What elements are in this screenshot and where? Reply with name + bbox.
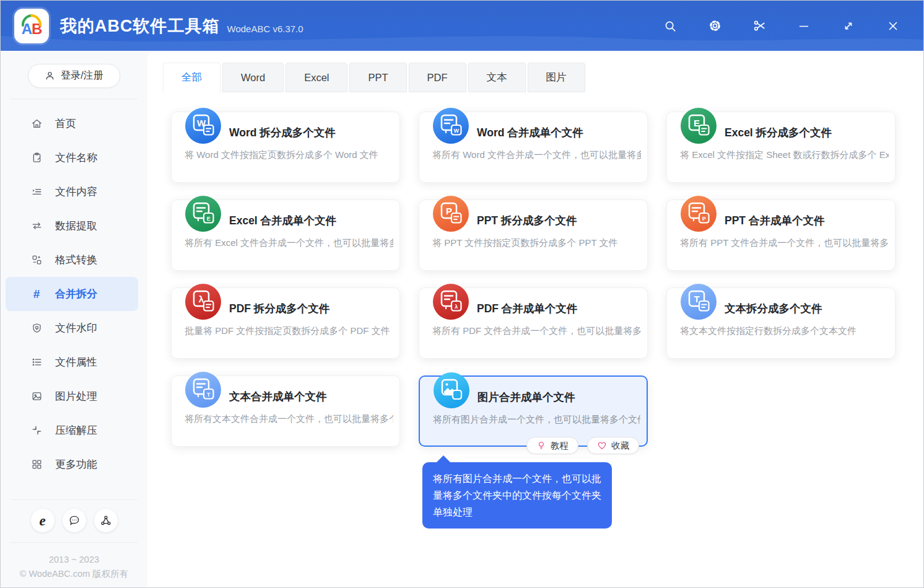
heart-icon: [597, 441, 607, 450]
minimize-icon[interactable]: [796, 18, 812, 34]
card-description: 将 Word 文件按指定页数拆分成多个 Word 文件: [185, 149, 393, 161]
card-cell: EExcel 拆分成多个文件将 Excel 文件按指定 Sheet 数或行数拆分…: [666, 112, 896, 183]
scissors-icon[interactable]: [751, 18, 767, 34]
close-icon[interactable]: [885, 18, 901, 34]
word-split-icon: W: [185, 108, 221, 144]
sidebar-item-file-name[interactable]: 文件名称: [6, 141, 138, 175]
sidebar-item-label: 文件名称: [55, 151, 97, 165]
card-cell: T文本拆分成多个文件将文本文件按指定行数拆分成多个文本文件: [666, 287, 896, 359]
share-network-icon[interactable]: [94, 509, 118, 532]
sidebar: 登录/注册 首页文件名称文件内容数据提取格式转换#合并拆分文件水印文件属性图片处…: [1, 51, 147, 587]
ppt-split-icon: P: [433, 196, 469, 232]
sidebar-menu: 首页文件名称文件内容数据提取格式转换#合并拆分文件水印文件属性图片处理压缩解压更…: [1, 107, 147, 499]
card-title: PPT 合并成单个文件: [725, 213, 824, 228]
sidebar-item-format-convert[interactable]: 格式转换: [6, 243, 138, 277]
search-icon[interactable]: [662, 18, 678, 34]
card-description: 将所有图片合并成一个文件，也可以批量将多个文件夹中的文件按每个文件夹单独处理: [433, 414, 640, 426]
card-cell: λPDF 拆分成多个文件批量将 PDF 文件按指定页数拆分成多个 PDF 文件: [171, 287, 400, 359]
sidebar-item-label: 数据提取: [55, 219, 97, 233]
clipboard-icon: [30, 152, 43, 164]
tab-Excel[interactable]: Excel: [285, 63, 347, 92]
settings-gear-icon[interactable]: [707, 18, 723, 34]
card-title: Excel 拆分成多个文件: [725, 125, 832, 140]
sidebar-item-label: 文件水印: [55, 321, 97, 335]
card-word-split[interactable]: WWord 拆分成多个文件将 Word 文件按指定页数拆分成多个 Word 文件: [171, 112, 400, 183]
card-cell: WWord 拆分成多个文件将 Word 文件按指定页数拆分成多个 Word 文件: [171, 112, 400, 183]
image-merge-icon: [434, 372, 469, 408]
tab-label: PDF: [427, 72, 448, 84]
sidebar-item-file-content[interactable]: 文件内容: [6, 175, 138, 209]
grid-icon: [30, 459, 43, 470]
card-pdf-merge[interactable]: λPDF 合并成单个文件将所有 PDF 文件合并成一个文件，也可以批量将多个文件…: [419, 287, 648, 359]
card-cell: WWord 合并成单个文件将所有 Word 文件合并成一个文件，也可以批量将多个…: [419, 112, 648, 183]
tutorial-button[interactable]: 教程: [526, 437, 578, 454]
card-excel-split[interactable]: EExcel 拆分成多个文件将 Excel 文件按指定 Sheet 数或行数拆分…: [666, 112, 896, 183]
tab-全部[interactable]: 全部: [163, 63, 220, 92]
list-icon: [30, 356, 43, 368]
copyright-owner: © WodeABC.com 版权所有: [11, 567, 137, 581]
card-cell: 图片合并成单个文件将所有图片合并成一个文件，也可以批量将多个文件夹中的文件按每个…: [419, 375, 648, 447]
maximize-icon[interactable]: [840, 18, 856, 34]
sidebar-item-file-attributes[interactable]: 文件属性: [6, 345, 138, 379]
browser-icon[interactable]: e: [31, 509, 54, 532]
sidebar-item-label: 图片处理: [55, 389, 97, 403]
chat-feedback-icon[interactable]: [63, 509, 86, 532]
card-description: 将所有文本文件合并成一个文件，也可以批量将多个文件夹中的文件按每个文件夹单独处理: [185, 413, 393, 425]
excel-split-icon: E: [681, 108, 717, 144]
feature-cards-grid: WWord 拆分成多个文件将 Word 文件按指定页数拆分成多个 Word 文件…: [147, 92, 923, 447]
card-description: 将 Excel 文件按指定 Sheet 数或行数拆分成多个 Excel 文件: [680, 149, 889, 161]
sidebar-item-data-extract[interactable]: 数据提取: [6, 209, 138, 243]
shield-icon: [30, 322, 43, 334]
card-cell: EExcel 合并成单个文件将所有 Excel 文件合并成一个文件，也可以批量将…: [171, 200, 400, 271]
card-title: 文本合并成单个文件: [229, 389, 327, 404]
swap-arrows-icon: [30, 220, 43, 232]
svg-text:T: T: [207, 392, 211, 398]
tab-PPT[interactable]: PPT: [349, 63, 406, 92]
tab-Word[interactable]: Word: [222, 63, 284, 92]
card-ppt-merge[interactable]: PPPT 合并成单个文件将所有 PPT 文件合并成一个文件，也可以批量将多个文件…: [666, 200, 896, 271]
app-title: 我的ABC软件工具箱: [60, 15, 220, 37]
svg-text:λ: λ: [455, 304, 458, 310]
person-icon: [45, 71, 55, 81]
card-cell: λPDF 合并成单个文件将所有 PDF 文件合并成一个文件，也可以批量将多个文件…: [419, 287, 648, 359]
sidebar-item-file-watermark[interactable]: 文件水印: [6, 311, 138, 345]
card-excel-merge[interactable]: EExcel 合并成单个文件将所有 Excel 文件合并成一个文件，也可以批量将…: [171, 200, 400, 271]
sidebar-divider: [11, 99, 137, 99]
svg-text:P: P: [702, 216, 706, 222]
text-merge-icon: T: [185, 372, 221, 408]
tab-PDF[interactable]: PDF: [409, 63, 466, 92]
favorite-label: 收藏: [611, 440, 629, 452]
convert-grid-icon: [30, 254, 43, 266]
card-hover-actions: 教程收藏: [526, 437, 639, 454]
card-ppt-split[interactable]: PPPT 拆分成多个文件将 PPT 文件按指定页数拆分成多个 PPT 文件: [419, 200, 648, 271]
card-title: Word 拆分成多个文件: [229, 125, 336, 140]
card-text-split[interactable]: T文本拆分成多个文件将文本文件按指定行数拆分成多个文本文件: [666, 287, 896, 359]
sidebar-item-more-features[interactable]: 更多功能: [6, 447, 138, 481]
card-description: 将文本文件按指定行数拆分成多个文本文件: [680, 325, 889, 337]
indent-list-icon: [30, 186, 43, 198]
card-cell: PPPT 合并成单个文件将所有 PPT 文件合并成一个文件，也可以批量将多个文件…: [666, 200, 896, 271]
sidebar-item-compress-extract[interactable]: 压缩解压: [6, 413, 138, 447]
sidebar-item-label: 合并拆分: [55, 287, 97, 301]
sidebar-item-home[interactable]: 首页: [6, 107, 138, 141]
home-icon: [30, 118, 43, 129]
login-register-button[interactable]: 登录/注册: [28, 64, 120, 88]
card-image-merge[interactable]: 图片合并成单个文件将所有图片合并成一个文件，也可以批量将多个文件夹中的文件按每个…: [419, 375, 648, 447]
tab-图片[interactable]: 图片: [528, 63, 585, 92]
card-title: 图片合并成单个文件: [477, 390, 575, 405]
tab-文本[interactable]: 文本: [468, 63, 526, 92]
card-text-merge[interactable]: T文本合并成单个文件将所有文本文件合并成一个文件，也可以批量将多个文件夹中的文件…: [171, 375, 400, 447]
card-description: 将所有 Word 文件合并成一个文件，也可以批量将多个文件夹中的文件按每个文件夹…: [432, 149, 641, 161]
sidebar-item-merge-split[interactable]: #合并拆分: [6, 277, 138, 311]
word-merge-icon: W: [433, 108, 469, 144]
text-split-icon: T: [681, 284, 717, 320]
titlebar: AB 我的ABC软件工具箱 WodeABC v6.37.0: [1, 1, 923, 51]
svg-text:E: E: [207, 216, 211, 222]
favorite-button[interactable]: 收藏: [587, 437, 639, 454]
card-word-merge[interactable]: WWord 合并成单个文件将所有 Word 文件合并成一个文件，也可以批量将多个…: [419, 112, 648, 183]
compress-icon: [30, 424, 43, 436]
sidebar-item-image-processing[interactable]: 图片处理: [6, 379, 138, 413]
card-pdf-split[interactable]: λPDF 拆分成多个文件批量将 PDF 文件按指定页数拆分成多个 PDF 文件: [171, 287, 400, 359]
sidebar-item-label: 格式转换: [55, 253, 97, 267]
tab-label: 全部: [181, 71, 202, 84]
